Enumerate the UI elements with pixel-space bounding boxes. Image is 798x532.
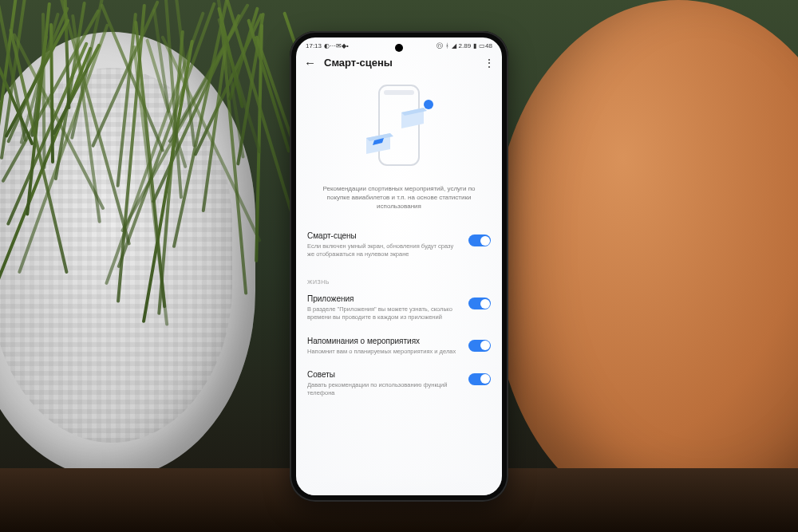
setting-tips[interactable]: Советы Давать рекомендации по использова…: [307, 364, 491, 405]
bluetooth-icon: ᚼ: [445, 42, 449, 49]
page-title: Смарт-сцены: [324, 57, 476, 69]
header-illustration: [296, 77, 502, 184]
back-button[interactable]: ←: [304, 57, 316, 69]
left-plant-pot: [0, 32, 255, 479]
toggle-event-reminders[interactable]: [468, 340, 491, 352]
smartphone-device: 17:13 ◐⋯✉◆• ⓝ ᚼ ◢ 2.89 ▮ ▭48 ← Смарт-сце…: [290, 31, 508, 502]
settings-list: Смарт-сцены Если включен умный экран, об…: [296, 211, 502, 405]
nfc-icon: ⓝ: [437, 41, 443, 50]
setting-apps[interactable]: Приложения В разделе "Приложения" вы мож…: [307, 288, 491, 329]
screen-fade: [296, 475, 502, 495]
setting-desc: Напомнит вам о планируемых мероприятиях …: [307, 348, 460, 356]
app-bar: ← Смарт-сцены ⋮: [296, 52, 502, 77]
setting-smart-scenes[interactable]: Смарт-сцены Если включен умный экран, об…: [307, 225, 491, 266]
svg-rect-1: [384, 90, 414, 95]
toggle-smart-scenes[interactable]: [468, 234, 491, 246]
setting-label: Приложения: [307, 294, 460, 303]
right-plant-pot: [495, 0, 798, 526]
setting-desc: В разделе "Приложения" вы можете узнать,…: [307, 305, 460, 321]
wifi-icon: ◢: [452, 42, 456, 49]
toggle-tips[interactable]: [468, 373, 491, 385]
section-header-life: ЖИЗНЬ: [307, 266, 491, 288]
network-speed: 2.89: [459, 42, 472, 49]
toggle-apps[interactable]: [468, 298, 491, 309]
system-icons: ⓝ ᚼ ◢ 2.89 ▮ ▭48: [437, 41, 492, 50]
battery-icon: ▭48: [479, 42, 492, 49]
header-caption: Рекомендации спортивных мероприятий, усл…: [296, 184, 502, 211]
svg-point-2: [424, 100, 433, 109]
setting-label: Смарт-сцены: [307, 231, 460, 240]
clock: 17:13: [306, 42, 322, 49]
setting-event-reminders[interactable]: Напоминания о мероприятиях Напомнит вам …: [307, 330, 491, 364]
setting-label: Напоминания о мероприятиях: [307, 337, 460, 345]
setting-label: Советы: [307, 370, 460, 379]
phone-screen: 17:13 ◐⋯✉◆• ⓝ ᚼ ◢ 2.89 ▮ ▭48 ← Смарт-сце…: [296, 37, 502, 495]
notification-icons: ◐⋯✉◆•: [324, 42, 349, 49]
setting-desc: Если включен умный экран, обновления буд…: [307, 242, 460, 258]
punch-hole-camera: [395, 44, 403, 52]
setting-desc: Давать рекомендации по использованию фун…: [307, 381, 460, 397]
signal-icon: ▮: [473, 42, 476, 49]
overflow-menu-button[interactable]: ⋮: [484, 57, 494, 69]
